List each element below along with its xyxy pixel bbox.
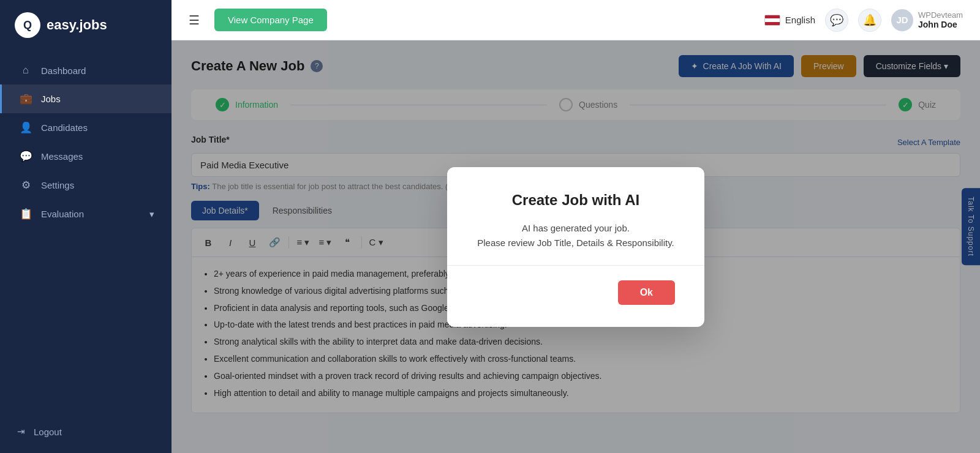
- messages-icon: 💬: [19, 150, 32, 163]
- modal-dialog: Create Job with AI AI has generated your…: [447, 167, 704, 327]
- sidebar-item-jobs[interactable]: 💼 Jobs: [0, 84, 172, 113]
- sidebar-item-evaluation[interactable]: 📋 Evaluation ▾: [0, 200, 172, 228]
- modal-line2: Please review Job Title, Details & Respo…: [477, 236, 675, 250]
- evaluation-icon: 📋: [19, 208, 32, 220]
- sidebar-item-label: Messages: [41, 151, 83, 162]
- sidebar-nav: ⌂ Dashboard 💼 Jobs 👤 Candidates 💬 Messag…: [0, 50, 172, 410]
- modal-title: Create Job with AI: [477, 192, 675, 209]
- notifications-button[interactable]: 🔔: [858, 9, 881, 32]
- sidebar-item-label: Evaluation: [41, 209, 84, 219]
- logo-text: easy.jobs: [47, 17, 107, 33]
- modal-actions: Ok: [477, 280, 675, 305]
- user-name: John Doe: [918, 20, 963, 29]
- menu-icon[interactable]: ☰: [189, 13, 200, 28]
- logo-icon: Q: [15, 12, 40, 38]
- logout-label: Logout: [34, 427, 62, 437]
- sidebar-item-label: Dashboard: [41, 66, 86, 76]
- sidebar-item-dashboard[interactable]: ⌂ Dashboard: [0, 56, 172, 84]
- sidebar-item-label: Jobs: [41, 94, 61, 104]
- language-selector[interactable]: English: [764, 15, 815, 26]
- chat-icon: 💬: [830, 13, 843, 27]
- modal-divider: [447, 265, 704, 266]
- modal-body: AI has generated your job. Please review…: [477, 221, 675, 250]
- chevron-down-icon: ▾: [149, 209, 154, 220]
- bell-icon: 🔔: [863, 13, 876, 27]
- user-area[interactable]: JD WPDevteam John Doe: [891, 9, 963, 31]
- modal-line1: AI has generated your job.: [477, 221, 675, 236]
- logout-icon: ⇥: [17, 426, 25, 437]
- sidebar-item-label: Settings: [41, 180, 74, 190]
- sidebar-item-messages[interactable]: 💬 Messages: [0, 142, 172, 171]
- content-area: Create A New Job ? ✦ Create A Job With A…: [172, 40, 980, 453]
- home-icon: ⌂: [19, 64, 32, 77]
- chat-icon-button[interactable]: 💬: [825, 9, 848, 32]
- language-label: English: [785, 15, 815, 25]
- settings-icon: ⚙: [19, 179, 32, 192]
- sidebar: Q easy.jobs ⌂ Dashboard 💼 Jobs 👤 Candida…: [0, 0, 172, 453]
- sidebar-footer: ⇥ Logout: [0, 410, 172, 453]
- topbar: ☰ View Company Page English 💬 🔔 JD WPDev…: [172, 0, 980, 40]
- modal-overlay: Create Job with AI AI has generated your…: [172, 40, 980, 453]
- sidebar-logo: Q easy.jobs: [0, 0, 172, 50]
- view-company-button[interactable]: View Company Page: [214, 9, 327, 31]
- sidebar-item-settings[interactable]: ⚙ Settings: [0, 171, 172, 200]
- logout-button[interactable]: ⇥ Logout: [17, 420, 154, 443]
- jobs-icon: 💼: [19, 92, 32, 105]
- candidates-icon: 👤: [19, 121, 32, 134]
- modal-ok-button[interactable]: Ok: [618, 280, 675, 305]
- sidebar-item-candidates[interactable]: 👤 Candidates: [0, 113, 172, 142]
- sidebar-item-label: Candidates: [41, 122, 88, 133]
- user-company: WPDevteam: [918, 10, 963, 20]
- main-area: ☰ View Company Page English 💬 🔔 JD WPDev…: [172, 0, 980, 453]
- avatar: JD: [891, 9, 913, 31]
- flag-icon: [764, 15, 780, 26]
